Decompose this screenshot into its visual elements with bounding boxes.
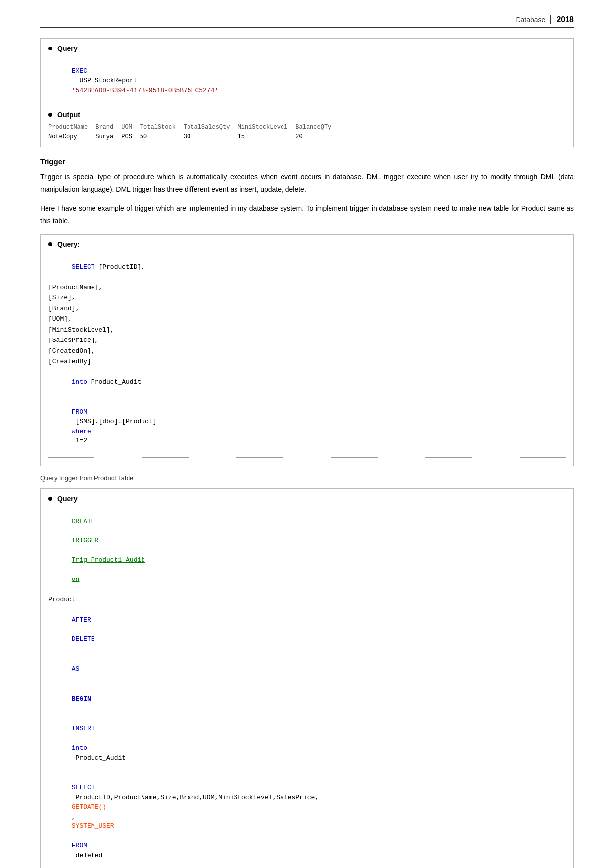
table-header-row: ProductName Brand UOM TotalStock TotalSa… [48,123,339,132]
second-code-caption: Query trigger from Product Table [40,474,574,482]
col-totalsalesqty: TotalSalesQty [184,123,238,132]
cell-ministocklevel: 15 [237,132,295,141]
output-bullet-header: Output [48,111,566,119]
trigger-para1: Trigger is special type of procedure whi… [40,171,574,195]
header-year: 2018 [550,15,574,24]
second-query-bullet-header: Query: [48,241,566,248]
output-label: Output [57,111,80,119]
begin-line: BEGIN [48,684,566,714]
select-line-5: [UOM], [48,314,566,324]
as-line: AS [48,655,566,684]
second-query-label: Query: [57,241,80,248]
getdate-fn: GETDATE() [72,803,106,811]
cell-totalstock: 50 [140,132,184,141]
cell-brand: Surya [95,132,121,141]
select-line-1: SELECT [ProductID], [48,252,566,282]
third-bullet-icon [48,497,52,501]
col-balanceqty: BalanceQTy [295,123,339,132]
select-line-4: [Brand], [48,304,566,314]
cell-totalsalesqty: 30 [184,132,238,141]
select-line-8: [CreatedOn], [48,346,566,356]
product-line: Product [48,595,566,605]
trigger-heading: Trigger [40,157,574,166]
sysuser-fn: SYSTEM_USER [72,822,114,830]
select-line-6: [MiniStockLevel], [48,325,566,335]
trigger-para2: Here I have some example of trigger whic… [40,202,574,227]
select-line-2: [ProductName], [48,283,566,292]
output-table: ProductName Brand UOM TotalStock TotalSa… [48,123,339,141]
select-line-9: [CreatedBy] [48,357,566,367]
output-bullet-icon [48,113,52,117]
col-ministocklevel: MiniStockLevel [237,123,295,132]
table-data-row: NoteCopy Surya PCS 50 30 15 20 [48,132,339,141]
third-code-box: Query CREATE TRIGGER Trig_Product1_Audit… [40,488,574,868]
select-line-7: [SalesPrice], [48,336,566,345]
query-bullet-header: Query [48,45,566,52]
create-trigger-line: CREATE TRIGGER Trig_Product1_Audit on [48,507,566,594]
second-bullet-icon [48,242,52,246]
insert-line: INSERT into Product_Audit [48,715,566,772]
second-code-box: Query: SELECT [ProductID], [ProductName]… [40,234,574,466]
exec-keyword: EXEC [72,67,87,75]
after-delete-line: AFTER DELETE [48,605,566,654]
into-line: into Product_Audit [48,368,566,397]
cell-productname: NoteCopy [48,132,95,141]
third-query-label: Query [57,495,77,503]
col-uom: UOM [121,123,140,132]
col-productname: ProductName [48,123,95,132]
col-totalstock: TotalStock [140,123,184,132]
header-database-label: Database [516,16,545,24]
select-complex-line: SELECT ProductID,ProductName,Size,Brand,… [48,773,566,868]
cell-balanceqty: 20 [295,132,339,141]
dotted-separator [48,457,566,458]
query-label: Query [57,45,77,52]
exec-line: EXEC USP_StockReport '542BBADD-B394-417B… [48,56,566,105]
page-header: Database 2018 [40,15,574,28]
first-code-box: Query EXEC USP_StockReport '542BBADD-B39… [40,38,574,147]
select-line-3: [Size], [48,293,566,303]
exec-param: '542BBADD-B394-417B-9518-0B5B75EC5274' [72,87,218,94]
third-query-bullet-header: Query [48,495,566,503]
from-line: FROM [SMS].[dbo].[Product] where 1=2 [48,397,566,455]
bullet-icon [48,47,52,50]
cell-uom: PCS [121,132,140,141]
col-brand: Brand [95,123,121,132]
